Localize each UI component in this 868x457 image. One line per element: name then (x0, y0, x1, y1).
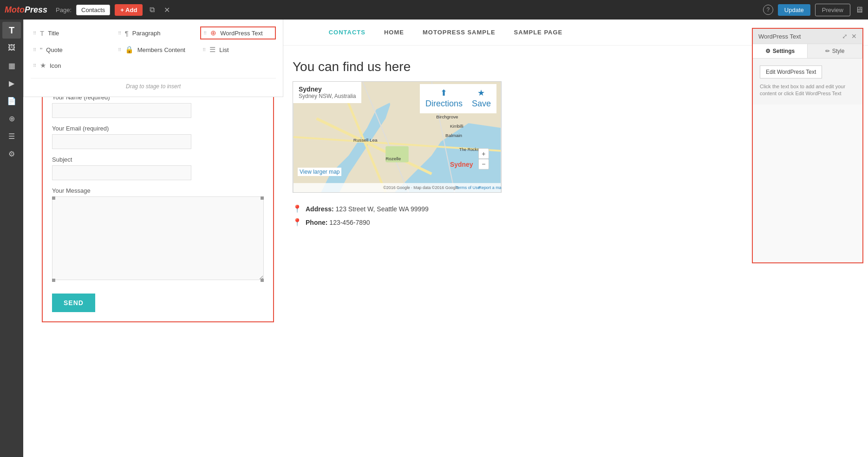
nav-motopress-sample[interactable]: MOTOPRESS SAMPLE (423, 29, 496, 36)
drag-handle: ⠿ (118, 31, 121, 36)
wp-panel-content-area (753, 104, 862, 262)
subject-field-group: Subject (52, 156, 264, 180)
nav-home[interactable]: HOME (384, 29, 404, 36)
members-icon: 🔒 (125, 46, 134, 54)
wp-panel-close-icon[interactable]: ✕ (851, 33, 857, 40)
settings-icon: ⚙ (765, 48, 770, 54)
dropdown-grid: ⠿ T Title ⠿ ¶ Paragraph ⠿ ⊕ WordPress Te… (31, 26, 276, 71)
logo: MotoPress (5, 5, 47, 15)
map-container: Birchgrove Balmain Russell Lea Rozelle N… (293, 81, 502, 193)
dropdown-item-icon[interactable]: ⠿ ★ Icon (31, 60, 106, 71)
drag-handle: ⠿ (33, 31, 36, 36)
icon-icon: ★ (40, 61, 46, 70)
sidebar-item-content[interactable]: 📄 (2, 92, 21, 109)
sidebar-item-text[interactable]: T (2, 22, 21, 39)
wp-panel-resize-icon[interactable]: ⤢ (842, 33, 848, 40)
message-textarea[interactable] (52, 196, 264, 280)
subject-input[interactable] (52, 165, 191, 180)
wp-panel-header: WordPress Text ⤢ ✕ (753, 29, 862, 44)
map-header: Sydney Sydney NSW, Australia (293, 82, 361, 103)
map-country: Sydney NSW, Australia (299, 93, 356, 99)
preview-button[interactable]: Preview (815, 4, 850, 16)
nav-sample-page[interactable]: SAMPLE PAGE (514, 29, 563, 36)
send-button[interactable]: SEND (52, 294, 95, 312)
name-field-group: Your Name (required) (52, 94, 264, 118)
map-actions: ⬆ Directions ★ Save (420, 84, 496, 113)
svg-text:©2016 Google · Map data ©2016 : ©2016 Google · Map data ©2016 Google (383, 185, 458, 190)
update-button[interactable]: Update (778, 4, 810, 16)
name-input[interactable] (52, 103, 191, 118)
sidebar-item-media[interactable]: 🖼 (2, 39, 21, 56)
tab-style[interactable]: ✏ Style (808, 44, 862, 58)
sidebar-item-layout[interactable]: ▦ (2, 57, 21, 74)
sidebar-item-video[interactable]: ▶ (2, 75, 21, 91)
svg-text:The Rocks: The Rocks (459, 147, 479, 152)
contact-form-section: Contact Us Your Name (required) Your Ema… (42, 59, 274, 322)
wp-panel-icons: ⤢ ✕ (842, 33, 857, 40)
page-label: Page: (56, 7, 72, 13)
svg-text:−: − (482, 160, 485, 168)
directions-icon: ⬆ (440, 88, 447, 98)
svg-text:Terms of Use: Terms of Use (456, 185, 480, 190)
wp-description: Click the text box to add and edit your … (760, 83, 855, 98)
message-label: Your Message (52, 187, 264, 194)
title-label: Title (48, 30, 59, 37)
svg-text:Kirribilli: Kirribilli (450, 124, 463, 129)
resize-corner-bl (52, 279, 55, 282)
resize-corner-br (261, 279, 264, 282)
sidebar-item-wordpress[interactable]: ⊕ (2, 110, 21, 127)
directions-label: Directions (425, 99, 463, 109)
wp-text-panel: WordPress Text ⤢ ✕ ⚙ Settings ✏ Style Ed… (752, 28, 863, 263)
svg-text:Sydney: Sydney (450, 161, 473, 168)
save-action[interactable]: ★ Save (472, 88, 491, 110)
quote-icon: " (40, 46, 42, 54)
address-pin-icon: 📍 (293, 204, 302, 213)
edit-wordpress-text-button[interactable]: Edit WordPress Text (760, 65, 822, 78)
contact-form-box: Your Name (required) Your Email (require… (42, 84, 274, 322)
title-icon: T (40, 29, 44, 37)
svg-text:Rozelle: Rozelle (385, 156, 401, 161)
message-field-group: Your Message (52, 187, 264, 282)
style-icon: ✏ (825, 48, 830, 54)
resize-corner-tr (261, 196, 264, 200)
left-sidebar: T 🖼 ▦ ▶ 📄 ⊕ ☰ ⚙ (0, 20, 23, 457)
dropdown-footer: Drag to stage to insert (31, 78, 276, 90)
resize-corner-tl (52, 196, 55, 200)
monitor-icon[interactable]: 🖥 (855, 5, 863, 15)
drag-handle: ⠿ (33, 47, 36, 52)
view-larger-map-link[interactable]: View larger map (298, 168, 341, 176)
save-label: Save (472, 99, 491, 109)
page-name[interactable]: Contacts (76, 5, 110, 15)
add-button[interactable]: + Add (115, 4, 143, 16)
textarea-wrapper (52, 196, 264, 282)
address-label-text: Address: 123 Street W, Seattle WA 99999 (306, 205, 429, 213)
paragraph-icon: ¶ (125, 29, 129, 37)
wordpress-text-label: WordPress Text (220, 30, 262, 37)
dropdown-item-title[interactable]: ⠿ T Title (31, 26, 106, 39)
dropdown-item-members[interactable]: ⠿ 🔒 Members Content (116, 44, 191, 55)
paragraph-label: Paragraph (132, 30, 161, 37)
close-icon[interactable]: ✕ (162, 5, 172, 15)
dropdown-item-paragraph[interactable]: ⠿ ¶ Paragraph (116, 26, 191, 39)
phone-label-text: Phone: 123-456-7890 (306, 219, 370, 226)
sidebar-item-menu[interactable]: ☰ (2, 128, 21, 144)
dropdown-item-quote[interactable]: ⠿ " Quote (31, 44, 106, 55)
dropdown-item-list[interactable]: ⠿ ☰ List (200, 44, 276, 55)
icon-label: Icon (50, 62, 61, 69)
nav-contacts[interactable]: CONTACTS (329, 29, 365, 36)
svg-text:Birchgrove: Birchgrove (436, 114, 458, 119)
svg-text:+: + (482, 150, 485, 157)
email-input[interactable] (52, 134, 191, 149)
svg-text:Balmain: Balmain (445, 133, 462, 138)
dropdown-panel: ⠿ T Title ⠿ ¶ Paragraph ⠿ ⊕ WordPress Te… (23, 20, 283, 97)
dropdown-item-wordpress-text[interactable]: ⠿ ⊕ WordPress Text (200, 26, 276, 39)
help-button[interactable]: ? (763, 5, 773, 15)
tab-settings[interactable]: ⚙ Settings (753, 44, 808, 58)
sidebar-item-settings[interactable]: ⚙ (2, 145, 21, 162)
drag-handle: ⠿ (203, 31, 207, 36)
list-icon: ☰ (209, 46, 215, 54)
directions-action[interactable]: ⬆ Directions (425, 88, 463, 110)
duplicate-icon[interactable]: ⧉ (147, 5, 157, 15)
svg-text:Russell Lea: Russell Lea (353, 137, 378, 143)
drag-handle: ⠿ (118, 47, 121, 52)
